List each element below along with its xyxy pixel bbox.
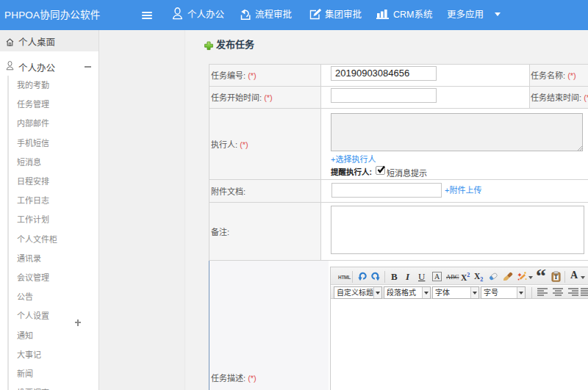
svg-text:T: T <box>554 274 559 281</box>
